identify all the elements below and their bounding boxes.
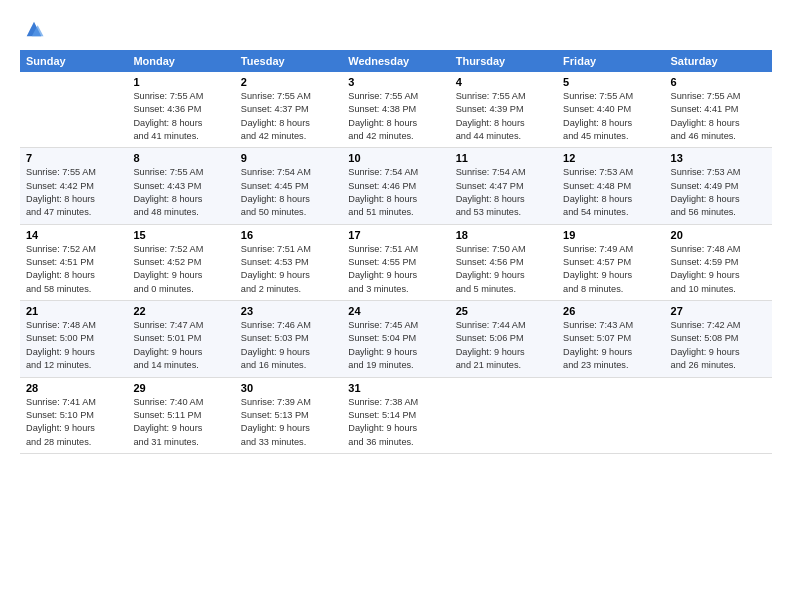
cell-w4-d5: 25Sunrise: 7:44 AMSunset: 5:06 PMDayligh… [450, 301, 557, 377]
day-info: Sunrise: 7:53 AMSunset: 4:49 PMDaylight:… [671, 166, 766, 219]
day-info: Sunrise: 7:55 AMSunset: 4:39 PMDaylight:… [456, 90, 551, 143]
day-number: 11 [456, 152, 551, 164]
day-number: 13 [671, 152, 766, 164]
day-number: 25 [456, 305, 551, 317]
day-info: Sunrise: 7:55 AMSunset: 4:37 PMDaylight:… [241, 90, 336, 143]
header-wednesday: Wednesday [342, 50, 449, 72]
day-info: Sunrise: 7:41 AMSunset: 5:10 PMDaylight:… [26, 396, 121, 449]
cell-w5-d5 [450, 377, 557, 453]
day-number: 17 [348, 229, 443, 241]
day-info: Sunrise: 7:47 AMSunset: 5:01 PMDaylight:… [133, 319, 228, 372]
cell-w1-d5: 4Sunrise: 7:55 AMSunset: 4:39 PMDaylight… [450, 72, 557, 148]
day-info: Sunrise: 7:54 AMSunset: 4:46 PMDaylight:… [348, 166, 443, 219]
cell-w1-d2: 1Sunrise: 7:55 AMSunset: 4:36 PMDaylight… [127, 72, 234, 148]
day-number: 31 [348, 382, 443, 394]
cell-w1-d4: 3Sunrise: 7:55 AMSunset: 4:38 PMDaylight… [342, 72, 449, 148]
cell-w3-d7: 20Sunrise: 7:48 AMSunset: 4:59 PMDayligh… [665, 224, 772, 300]
day-number: 14 [26, 229, 121, 241]
day-info: Sunrise: 7:55 AMSunset: 4:41 PMDaylight:… [671, 90, 766, 143]
cell-w2-d4: 10Sunrise: 7:54 AMSunset: 4:46 PMDayligh… [342, 148, 449, 224]
day-number: 26 [563, 305, 658, 317]
day-info: Sunrise: 7:46 AMSunset: 5:03 PMDaylight:… [241, 319, 336, 372]
day-info: Sunrise: 7:42 AMSunset: 5:08 PMDaylight:… [671, 319, 766, 372]
logo-icon [23, 18, 45, 40]
day-number: 18 [456, 229, 551, 241]
header-friday: Friday [557, 50, 664, 72]
week-row-2: 7Sunrise: 7:55 AMSunset: 4:42 PMDaylight… [20, 148, 772, 224]
day-info: Sunrise: 7:55 AMSunset: 4:38 PMDaylight:… [348, 90, 443, 143]
header-sunday: Sunday [20, 50, 127, 72]
day-info: Sunrise: 7:55 AMSunset: 4:43 PMDaylight:… [133, 166, 228, 219]
cell-w2-d6: 12Sunrise: 7:53 AMSunset: 4:48 PMDayligh… [557, 148, 664, 224]
logo [20, 18, 45, 40]
cell-w2-d7: 13Sunrise: 7:53 AMSunset: 4:49 PMDayligh… [665, 148, 772, 224]
day-number: 4 [456, 76, 551, 88]
week-row-3: 14Sunrise: 7:52 AMSunset: 4:51 PMDayligh… [20, 224, 772, 300]
day-info: Sunrise: 7:55 AMSunset: 4:42 PMDaylight:… [26, 166, 121, 219]
calendar-table: SundayMondayTuesdayWednesdayThursdayFrid… [20, 50, 772, 454]
header-tuesday: Tuesday [235, 50, 342, 72]
day-info: Sunrise: 7:52 AMSunset: 4:52 PMDaylight:… [133, 243, 228, 296]
day-info: Sunrise: 7:50 AMSunset: 4:56 PMDaylight:… [456, 243, 551, 296]
cell-w2-d1: 7Sunrise: 7:55 AMSunset: 4:42 PMDaylight… [20, 148, 127, 224]
day-info: Sunrise: 7:49 AMSunset: 4:57 PMDaylight:… [563, 243, 658, 296]
day-number: 29 [133, 382, 228, 394]
day-number: 27 [671, 305, 766, 317]
week-row-1: 1Sunrise: 7:55 AMSunset: 4:36 PMDaylight… [20, 72, 772, 148]
day-info: Sunrise: 7:38 AMSunset: 5:14 PMDaylight:… [348, 396, 443, 449]
day-info: Sunrise: 7:52 AMSunset: 4:51 PMDaylight:… [26, 243, 121, 296]
header [20, 18, 772, 40]
calendar-body: 1Sunrise: 7:55 AMSunset: 4:36 PMDaylight… [20, 72, 772, 453]
day-info: Sunrise: 7:53 AMSunset: 4:48 PMDaylight:… [563, 166, 658, 219]
cell-w3-d5: 18Sunrise: 7:50 AMSunset: 4:56 PMDayligh… [450, 224, 557, 300]
day-info: Sunrise: 7:51 AMSunset: 4:55 PMDaylight:… [348, 243, 443, 296]
cell-w1-d1 [20, 72, 127, 148]
cell-w3-d4: 17Sunrise: 7:51 AMSunset: 4:55 PMDayligh… [342, 224, 449, 300]
week-row-4: 21Sunrise: 7:48 AMSunset: 5:00 PMDayligh… [20, 301, 772, 377]
cell-w3-d6: 19Sunrise: 7:49 AMSunset: 4:57 PMDayligh… [557, 224, 664, 300]
day-info: Sunrise: 7:40 AMSunset: 5:11 PMDaylight:… [133, 396, 228, 449]
calendar-page: SundayMondayTuesdayWednesdayThursdayFrid… [0, 0, 792, 612]
day-info: Sunrise: 7:48 AMSunset: 4:59 PMDaylight:… [671, 243, 766, 296]
cell-w5-d3: 30Sunrise: 7:39 AMSunset: 5:13 PMDayligh… [235, 377, 342, 453]
day-info: Sunrise: 7:45 AMSunset: 5:04 PMDaylight:… [348, 319, 443, 372]
cell-w2-d2: 8Sunrise: 7:55 AMSunset: 4:43 PMDaylight… [127, 148, 234, 224]
cell-w5-d2: 29Sunrise: 7:40 AMSunset: 5:11 PMDayligh… [127, 377, 234, 453]
day-number: 20 [671, 229, 766, 241]
day-info: Sunrise: 7:54 AMSunset: 4:45 PMDaylight:… [241, 166, 336, 219]
day-number: 16 [241, 229, 336, 241]
cell-w5-d1: 28Sunrise: 7:41 AMSunset: 5:10 PMDayligh… [20, 377, 127, 453]
day-number: 2 [241, 76, 336, 88]
day-number: 9 [241, 152, 336, 164]
day-number: 24 [348, 305, 443, 317]
week-row-5: 28Sunrise: 7:41 AMSunset: 5:10 PMDayligh… [20, 377, 772, 453]
cell-w3-d2: 15Sunrise: 7:52 AMSunset: 4:52 PMDayligh… [127, 224, 234, 300]
day-number: 3 [348, 76, 443, 88]
day-number: 23 [241, 305, 336, 317]
day-info: Sunrise: 7:55 AMSunset: 4:40 PMDaylight:… [563, 90, 658, 143]
day-number: 5 [563, 76, 658, 88]
day-number: 19 [563, 229, 658, 241]
cell-w4-d3: 23Sunrise: 7:46 AMSunset: 5:03 PMDayligh… [235, 301, 342, 377]
day-info: Sunrise: 7:51 AMSunset: 4:53 PMDaylight:… [241, 243, 336, 296]
cell-w3-d1: 14Sunrise: 7:52 AMSunset: 4:51 PMDayligh… [20, 224, 127, 300]
day-number: 15 [133, 229, 228, 241]
day-number: 12 [563, 152, 658, 164]
header-thursday: Thursday [450, 50, 557, 72]
cell-w3-d3: 16Sunrise: 7:51 AMSunset: 4:53 PMDayligh… [235, 224, 342, 300]
day-number: 22 [133, 305, 228, 317]
day-number: 1 [133, 76, 228, 88]
day-number: 28 [26, 382, 121, 394]
cell-w4-d2: 22Sunrise: 7:47 AMSunset: 5:01 PMDayligh… [127, 301, 234, 377]
cell-w5-d7 [665, 377, 772, 453]
cell-w5-d4: 31Sunrise: 7:38 AMSunset: 5:14 PMDayligh… [342, 377, 449, 453]
header-row: SundayMondayTuesdayWednesdayThursdayFrid… [20, 50, 772, 72]
cell-w5-d6 [557, 377, 664, 453]
day-info: Sunrise: 7:55 AMSunset: 4:36 PMDaylight:… [133, 90, 228, 143]
cell-w4-d6: 26Sunrise: 7:43 AMSunset: 5:07 PMDayligh… [557, 301, 664, 377]
day-number: 7 [26, 152, 121, 164]
day-info: Sunrise: 7:54 AMSunset: 4:47 PMDaylight:… [456, 166, 551, 219]
day-number: 21 [26, 305, 121, 317]
cell-w4-d1: 21Sunrise: 7:48 AMSunset: 5:00 PMDayligh… [20, 301, 127, 377]
cell-w4-d4: 24Sunrise: 7:45 AMSunset: 5:04 PMDayligh… [342, 301, 449, 377]
